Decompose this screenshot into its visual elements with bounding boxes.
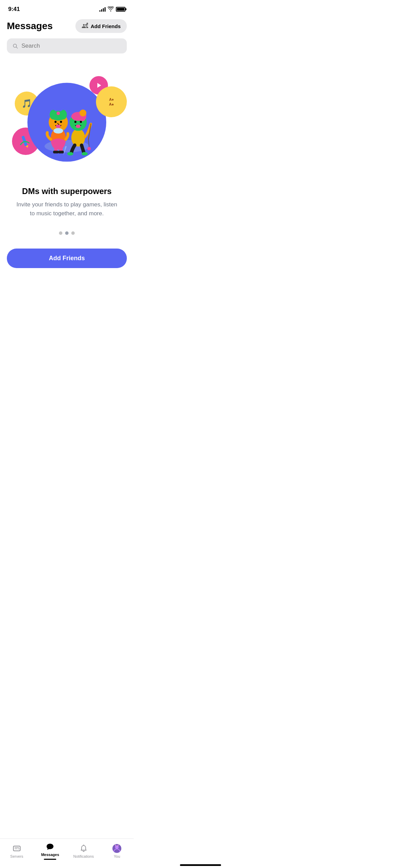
header: Messages Add Friends — [0, 16, 134, 37]
svg-point-37 — [67, 152, 73, 156]
svg-point-26 — [71, 129, 85, 147]
add-friends-label: Add Friends — [90, 23, 121, 29]
main-illustration-circle — [27, 83, 106, 162]
svg-point-33 — [76, 125, 81, 128]
wifi-icon — [108, 7, 114, 12]
svg-rect-5 — [22, 136, 28, 146]
search-container — [0, 37, 134, 59]
svg-point-15 — [60, 110, 67, 120]
text-content: DMs with superpowers Invite your friends… — [7, 186, 127, 218]
svg-point-17 — [54, 121, 57, 123]
svg-point-14 — [50, 110, 57, 120]
add-friends-header-button[interactable]: Add Friends — [75, 19, 127, 33]
status-time: 9:41 — [8, 6, 20, 13]
subtitle: Invite your friends to play games, liste… — [14, 200, 120, 218]
svg-point-32 — [80, 121, 82, 123]
dot-3 — [71, 231, 75, 235]
search-icon — [12, 43, 18, 49]
svg-rect-24 — [58, 151, 64, 154]
headline: DMs with superpowers — [14, 186, 120, 196]
svg-point-36 — [87, 147, 91, 150]
page-title: Messages — [7, 21, 53, 32]
play-icon — [95, 82, 102, 89]
status-bar: 9:41 — [0, 0, 134, 16]
svg-marker-39 — [97, 83, 101, 88]
add-friends-cta-button[interactable]: Add Friends — [7, 249, 127, 268]
svg-point-18 — [60, 121, 62, 123]
status-icons — [99, 7, 125, 12]
svg-point-25 — [53, 128, 63, 134]
svg-point-19 — [56, 125, 61, 128]
search-input[interactable] — [22, 43, 122, 49]
main-content: 🎵 — [0, 59, 134, 249]
cards-bubble: A♦ A♠ — [96, 86, 127, 117]
svg-point-31 — [74, 121, 76, 123]
svg-point-16 — [57, 112, 60, 115]
svg-line-4 — [16, 47, 17, 48]
svg-point-38 — [82, 152, 88, 156]
dot-2 — [65, 231, 69, 235]
svg-point-30 — [80, 110, 86, 117]
add-person-icon — [82, 23, 88, 29]
signal-icon — [99, 7, 106, 12]
illustration-container: 🎵 — [9, 66, 125, 176]
svg-rect-23 — [53, 151, 59, 154]
dot-1 — [59, 231, 62, 235]
battery-icon — [116, 7, 125, 12]
characters-svg — [27, 83, 106, 162]
search-bar[interactable] — [7, 38, 127, 53]
dots-indicator — [59, 231, 75, 235]
